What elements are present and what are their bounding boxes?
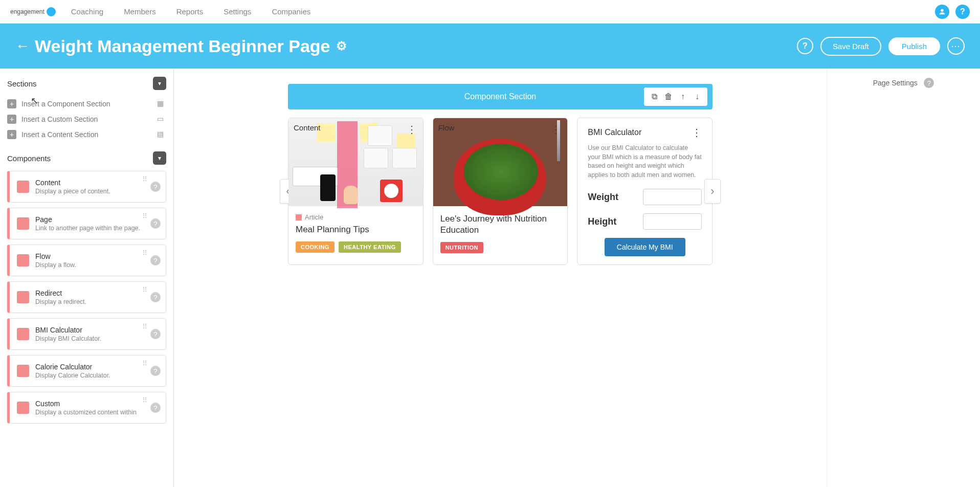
bmi-title-row: BMI Calculator ⋮ — [588, 126, 702, 139]
help-icon[interactable]: ? — [150, 255, 161, 265]
card-image: Flow ⋮ — [433, 118, 568, 206]
nav-link-companies[interactable]: Companies — [272, 7, 310, 16]
drag-handle-icon[interactable]: ⠿ — [142, 249, 148, 257]
drag-handle-icon[interactable]: ⠿ — [142, 286, 148, 294]
help-icon[interactable]: ? — [955, 5, 970, 19]
section-toolbar: ⧉ 🗑 ↑ ↓ — [644, 87, 707, 106]
component-title: Calorie Calculator — [35, 363, 159, 371]
component-title: Flow — [35, 252, 159, 260]
drag-handle-icon[interactable]: ⠿ — [142, 396, 148, 404]
component-title: Page — [35, 215, 159, 224]
grid-icon: ▦ — [157, 99, 166, 108]
drag-handle-icon[interactable]: ⠿ — [142, 175, 148, 183]
tag-healthy-eating[interactable]: HEALTHY EATING — [339, 241, 401, 253]
height-label: Height — [588, 216, 616, 227]
component-title: Redirect — [35, 289, 159, 297]
move-up-icon[interactable]: ↑ — [677, 91, 689, 103]
insert-label: Insert a Component Section — [21, 100, 110, 108]
bmi-title: BMI Calculator — [588, 128, 641, 137]
components-collapse-icon[interactable]: ▾ — [153, 151, 166, 165]
component-card-flow[interactable]: ⠿ ? Flow Display a flow. — [7, 245, 166, 276]
flow-card[interactable]: Flow ⋮ Lee's Journey with Nutrition Educ… — [433, 118, 568, 265]
sections-header: Sections ▾ — [7, 77, 166, 90]
user-icon[interactable] — [935, 5, 949, 19]
insert-custom-section[interactable]: + Insert a Custom Section ▭ — [7, 112, 166, 127]
nav-link-members[interactable]: Members — [124, 7, 156, 16]
redirect-icon — [17, 291, 29, 303]
help-icon[interactable]: ? — [150, 329, 161, 339]
carousel-next-icon[interactable]: › — [704, 179, 721, 204]
gear-icon[interactable]: ⚙ — [336, 39, 347, 53]
section-label: Component Section — [464, 92, 537, 101]
delete-icon[interactable]: 🗑 — [662, 91, 675, 103]
card-title: Lee's Journey with Nutrition Education — [440, 213, 561, 236]
component-card-redirect[interactable]: ⠿ ? Redirect Display a redirect. — [7, 281, 166, 313]
tag-cooking[interactable]: COOKING — [296, 241, 335, 253]
insert-label: Insert a Custom Section — [21, 115, 98, 123]
help-icon[interactable]: ? — [150, 218, 161, 229]
component-card-custom[interactable]: ⠿ ? Custom Display a customized content … — [7, 392, 166, 424]
component-title: BMI Calculator — [35, 326, 159, 334]
move-down-icon[interactable]: ↓ — [691, 91, 703, 103]
card-menu-icon[interactable]: ⋮ — [407, 123, 417, 136]
help-icon[interactable]: ? — [150, 403, 161, 413]
nav-links: Coaching Members Reports Settings Compan… — [71, 7, 935, 16]
sections-title: Sections — [7, 79, 37, 88]
logo[interactable]: engagement — [10, 7, 56, 16]
height-input[interactable] — [643, 213, 702, 230]
component-desc: Display a customized content within — [35, 409, 159, 416]
publish-button[interactable]: Publish — [888, 37, 940, 55]
calculator-icon — [17, 365, 29, 377]
component-title: Content — [35, 179, 159, 187]
card-menu-icon[interactable]: ⋮ — [551, 123, 561, 136]
header-help-icon[interactable]: ? — [797, 38, 813, 54]
help-icon[interactable]: ? — [150, 292, 161, 302]
card-title: Meal Planning Tips — [296, 224, 416, 235]
tag-nutrition[interactable]: NUTRITION — [440, 242, 483, 253]
nav-link-coaching[interactable]: Coaching — [71, 7, 103, 16]
right-panel: Page Settings ? — [827, 69, 980, 487]
custom-icon: ▭ — [157, 115, 166, 124]
page-header: ← Weight Management Beginner Page ⚙ ? Sa… — [0, 24, 980, 69]
bmi-card[interactable]: BMI Calculator ⋮ Use our BMI Calculator … — [577, 118, 712, 265]
page-icon — [17, 217, 29, 230]
help-icon[interactable]: ? — [924, 78, 934, 88]
component-card-page[interactable]: ⠿ ? Page Link to another page within the… — [7, 208, 166, 239]
cards-row: ‹ › Content ⋮ Article Meal Plan — [288, 118, 712, 265]
component-desc: Display a redirect. — [35, 298, 159, 305]
flow-icon — [17, 254, 29, 267]
content-icon — [17, 181, 29, 193]
bmi-body: BMI Calculator ⋮ Use our BMI Calculator … — [577, 118, 712, 264]
sections-collapse-icon[interactable]: ▾ — [153, 77, 166, 90]
save-draft-button[interactable]: Save Draft — [820, 37, 881, 56]
main-layout: Sections ▾ + Insert a Component Section … — [0, 69, 980, 487]
component-desc: Display BMI Calculator. — [35, 335, 159, 342]
more-menu-icon[interactable]: ⋯ — [947, 37, 965, 55]
calculate-bmi-button[interactable]: Calculate My BMI — [605, 238, 685, 256]
left-panel: Sections ▾ + Insert a Component Section … — [0, 69, 174, 487]
content-card[interactable]: Content ⋮ Article Meal Planning Tips COO… — [288, 118, 424, 265]
component-card-calorie[interactable]: ⠿ ? Calorie Calculator Display Calorie C… — [7, 355, 166, 387]
insert-label: Insert a Content Section — [21, 130, 98, 139]
insert-component-section[interactable]: + Insert a Component Section ▦ — [7, 96, 166, 112]
back-arrow-icon[interactable]: ← — [15, 38, 30, 54]
help-icon[interactable]: ? — [150, 366, 161, 376]
insert-content-section[interactable]: + Insert a Content Section ▤ — [7, 127, 166, 142]
component-title: Custom — [35, 400, 159, 408]
weight-input[interactable] — [643, 189, 702, 205]
nav-link-settings[interactable]: Settings — [224, 7, 251, 16]
help-icon[interactable]: ? — [150, 182, 161, 192]
component-section-bar[interactable]: Component Section ⧉ 🗑 ↑ ↓ — [288, 84, 712, 109]
drag-handle-icon[interactable]: ⠿ — [142, 323, 148, 330]
card-body: Article Meal Planning Tips COOKING HEALT… — [288, 206, 423, 260]
component-card-content[interactable]: ⠿ ? Content Display a piece of content. — [7, 171, 166, 203]
plus-icon: + — [7, 130, 16, 139]
bmi-description: Use our BMI Calculator to calculate your… — [588, 144, 702, 180]
duplicate-icon[interactable]: ⧉ — [648, 91, 660, 103]
plus-icon: + — [7, 99, 16, 108]
drag-handle-icon[interactable]: ⠿ — [142, 212, 148, 220]
nav-link-reports[interactable]: Reports — [176, 7, 204, 16]
drag-handle-icon[interactable]: ⠿ — [142, 360, 148, 367]
card-menu-icon[interactable]: ⋮ — [692, 126, 702, 139]
component-card-bmi[interactable]: ⠿ ? BMI Calculator Display BMI Calculato… — [7, 318, 166, 350]
